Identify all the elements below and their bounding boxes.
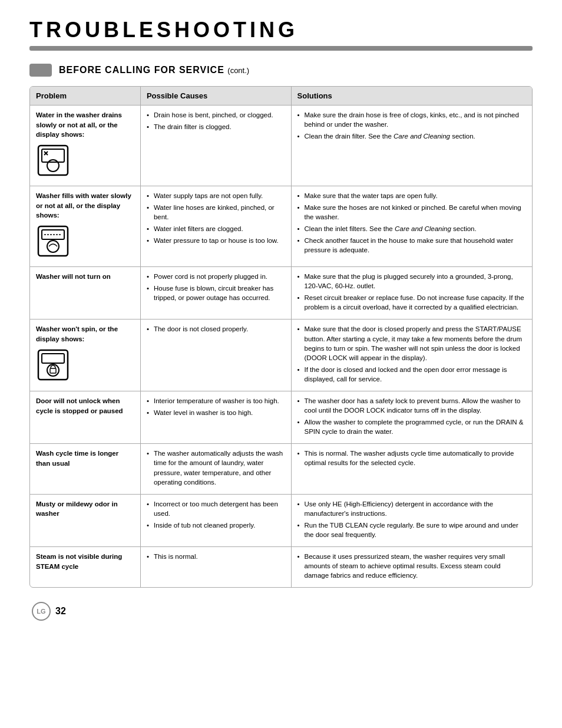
list-item: Reset circuit breaker or replace fuse. D… [297,293,526,312]
list-item: Power cord is not properly plugged in. [147,272,285,281]
problem-label: Musty or mildewy odor in washer [36,499,134,519]
list-item: The washer door has a safety lock to pre… [297,396,526,415]
solutions-cell: This is normal. The washer adjusts cycle… [291,444,532,494]
problem-cell: Washer will not turn on [30,267,140,319]
list-item: Make sure that the plug is plugged secur… [297,272,526,291]
list-item: Water inlet filters are clogged. [147,224,285,233]
section-title: BEFORE CALLING FOR SERVICE (cont.) [59,65,249,75]
list-item: The washer automatically adjusts the was… [147,449,285,486]
table-row: Washer will not turn onPower cord is not… [30,267,532,319]
lg-logo: LG [32,602,51,621]
list-item: This is normal. The washer adjusts cycle… [297,449,526,467]
solutions-cell: Make sure that the plug is plugged secur… [291,267,532,319]
causes-cell: This is normal. [140,547,291,588]
causes-cell: The door is not closed properly. [140,319,291,391]
problem-cell: Steam is not visible during STEAM cycle [30,547,140,588]
table-row: Washer won't spin, or the display shows:… [30,319,532,391]
problem-cell: Washer fills with water slowly or not at… [30,186,140,267]
solutions-cell: Make sure that the water taps are open f… [291,186,532,267]
washer-drain-icon [36,143,70,177]
causes-cell: Interior temperature of washer is too hi… [140,391,291,443]
svg-point-11 [47,364,59,376]
problem-label: Door will not unlock when cycle is stopp… [36,396,134,416]
table-row: Washer fills with water slowly or not at… [30,186,532,267]
problem-label: Water in the washer drains slowly or not… [36,110,134,140]
causes-cell: Power cord is not properly plugged in.Ho… [140,267,291,319]
causes-cell: Incorrect or too much detergent has been… [140,494,291,546]
problem-label: Washer fills with water slowly or not at… [36,191,134,220]
problem-cell: Musty or mildewy odor in washer [30,494,140,546]
col-header-problem: Problem [30,87,140,106]
list-item: Make sure that the door is closed proper… [297,324,526,362]
page-number: 32 [55,606,66,617]
list-item: Make sure the hoses are not kinked or pi… [297,203,526,222]
list-item: Inside of tub not cleaned properly. [147,521,285,530]
solutions-cell: Use only HE (High-Efficiency) detergent … [291,494,532,546]
problem-cell: Water in the washer drains slowly or not… [30,106,140,186]
solutions-cell: Make sure the drain hose is free of clog… [291,106,532,186]
list-item: Clean the inlet filters. See the Care an… [297,224,526,233]
list-item: Water supply taps are not open fully. [147,191,285,200]
list-item: Incorrect or too much detergent has been… [147,499,285,518]
list-item: Because it uses pressurized steam, the w… [297,552,526,580]
list-item: Clean the drain filter. See the Care and… [297,131,526,141]
list-item: Water level in washer is too high. [147,408,285,417]
solutions-cell: Because it uses pressurized steam, the w… [291,547,532,588]
list-item: Water pressure to tap or house is too lo… [147,236,285,245]
list-item: The door is not closed properly. [147,324,285,334]
causes-cell: Drain hose is bent, pinched, or clogged.… [140,106,291,186]
problem-label: Wash cycle time is longer than usual [36,449,134,468]
footer: LG 32 [29,602,533,621]
list-item: Run the TUB CLEAN cycle regularly. Be su… [297,521,526,539]
problem-label: Steam is not visible during STEAM cycle [36,552,134,571]
svg-rect-12 [50,368,56,373]
washer-spin-icon [36,348,70,382]
causes-cell: Water supply taps are not open fully.Wat… [140,186,291,267]
list-item: House fuse is blown, circuit breaker has… [147,284,285,302]
problem-label: Washer won't spin, or the display shows: [36,324,134,344]
list-item: Check another faucet in the house to mak… [297,236,526,255]
col-header-causes: Possible Causes [140,87,291,106]
svg-rect-10 [42,354,64,363]
table-row: Musty or mildewy odor in washerIncorrect… [30,494,532,546]
table-row: Water in the washer drains slowly or not… [30,106,532,186]
col-header-solutions: Solutions [291,87,532,106]
table-row: Steam is not visible during STEAM cycleT… [30,547,532,588]
problem-cell: Washer won't spin, or the display shows: [30,319,140,391]
table-row: Door will not unlock when cycle is stopp… [30,391,532,443]
section-header-block [29,64,52,77]
page-title: TROUBLESHOOTING [29,18,533,42]
list-item: Interior temperature of washer is too hi… [147,396,285,406]
solutions-cell: Make sure that the door is closed proper… [291,319,532,391]
washer-fill-icon [36,224,70,258]
list-item: The drain filter is clogged. [147,122,285,131]
list-item: Make sure that the water taps are open f… [297,191,526,200]
solutions-cell: The washer door has a safety lock to pre… [291,391,532,443]
list-item: If the door is closed and locked and the… [297,365,526,384]
list-item: Allow the washer to complete the program… [297,417,526,436]
table-row: Wash cycle time is longer than usualThe … [30,444,532,494]
causes-cell: The washer automatically adjusts the was… [140,444,291,494]
troubleshooting-table: Problem Possible Causes Solutions Water … [29,86,533,588]
list-item: Drain hose is bent, pinched, or clogged. [147,110,285,120]
title-bar [29,46,533,51]
list-item: Water line hoses are kinked, pinched, or… [147,203,285,222]
problem-cell: Door will not unlock when cycle is stopp… [30,391,140,443]
section-header: BEFORE CALLING FOR SERVICE (cont.) [29,64,533,77]
list-item: Use only HE (High-Efficiency) detergent … [297,499,526,518]
problem-cell: Wash cycle time is longer than usual [30,444,140,494]
list-item: Make sure the drain hose is free of clog… [297,110,526,129]
list-item: This is normal. [147,552,285,561]
problem-label: Washer will not turn on [36,272,134,282]
